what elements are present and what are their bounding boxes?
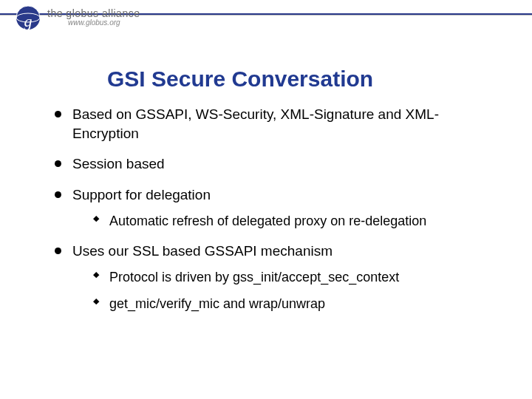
bullet-text: Uses our SSL based GSSAPI mechanism xyxy=(72,243,332,259)
globus-icon: g xyxy=(13,3,43,33)
sub-list: Protocol is driven by gss_init/accept_se… xyxy=(92,268,502,313)
sub-bullet-text: Automatic refresh of delegated proxy on … xyxy=(109,214,426,228)
list-item: Session based xyxy=(52,154,502,174)
slide-title: GSI Secure Conversation xyxy=(107,66,532,92)
svg-text:g: g xyxy=(24,12,33,30)
list-item: Support for delegation Automatic refresh… xyxy=(52,185,502,230)
brand-url: www.globus.org xyxy=(47,18,140,27)
list-item: Based on GSSAPI, WS-Security, XML-Signat… xyxy=(52,105,502,143)
sub-bullet-text: get_mic/verify_mic and wrap/unwrap xyxy=(109,296,325,311)
brand-name: the globus alliance xyxy=(47,8,140,18)
bullet-text: Support for delegation xyxy=(72,187,211,202)
sub-list-item: Automatic refresh of delegated proxy on … xyxy=(92,212,502,230)
bullet-list: Based on GSSAPI, WS-Security, XML-Signat… xyxy=(52,105,502,313)
slide-header: g the globus alliance www.globus.org xyxy=(0,0,532,44)
sub-list-item: get_mic/verify_mic and wrap/unwrap xyxy=(92,295,502,313)
sub-list: Automatic refresh of delegated proxy on … xyxy=(92,212,502,230)
bullet-text: Session based xyxy=(72,156,165,171)
brand-logo: g the globus alliance www.globus.org xyxy=(13,3,140,33)
list-item: Uses our SSL based GSSAPI mechanism Prot… xyxy=(52,242,502,313)
bullet-text: Based on GSSAPI, WS-Security, XML-Signat… xyxy=(72,106,439,141)
sub-list-item: Protocol is driven by gss_init/accept_se… xyxy=(92,268,502,286)
sub-bullet-text: Protocol is driven by gss_init/accept_se… xyxy=(109,270,399,284)
